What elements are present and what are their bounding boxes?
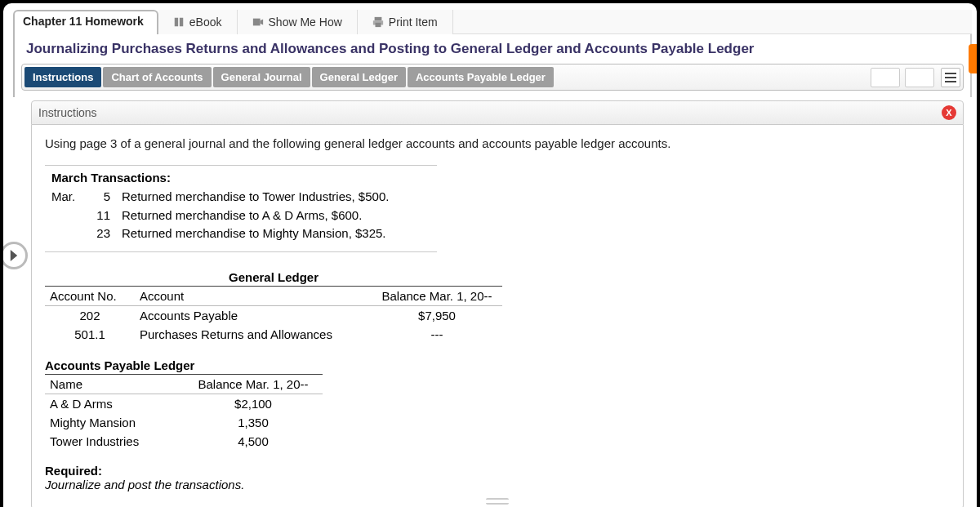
gl-header-accountno: Account No. (45, 287, 135, 305)
close-panel-button[interactable]: X (942, 105, 956, 120)
ap-name: A & D Arms (45, 394, 184, 413)
gl-row: 501.1 Purchases Returns and Allowances -… (45, 325, 502, 344)
ap-header-balance: Balance Mar. 1, 20-- (184, 375, 323, 394)
transaction-row: 23 Returned merchandise to Mighty Mansio… (51, 225, 430, 243)
general-ledger-block: General Ledger Account No. Account Balan… (45, 270, 502, 344)
transaction-row: 11 Returned merchandise to A & D Arms, $… (51, 207, 430, 225)
transaction-day: 11 (91, 207, 110, 225)
gl-row: 202 Accounts Payable $7,950 (45, 306, 502, 325)
transaction-day: 23 (91, 225, 110, 243)
ap-name: Mighty Mansion (45, 413, 184, 432)
score-slot-1 (871, 68, 900, 87)
svg-rect-3 (375, 23, 381, 27)
instructions-content: Using page 3 of a general journal and th… (31, 125, 964, 507)
ap-balance: 4,500 (184, 432, 323, 451)
resize-handle[interactable] (486, 498, 509, 505)
transaction-month: Mar. (51, 188, 79, 207)
gl-accountno: 202 (45, 306, 135, 325)
ebook-button[interactable]: eBook (158, 10, 238, 34)
ap-row: Mighty Mansion 1,350 (45, 413, 323, 432)
march-transactions-box: March Transactions: Mar. 5 Returned merc… (45, 165, 437, 252)
tab-general-journal[interactable]: General Journal (213, 67, 310, 87)
ebook-icon (173, 16, 185, 28)
module-tabstrip: Instructions Chart of Accounts General J… (21, 64, 964, 91)
chevron-right-icon (8, 250, 20, 261)
show-me-how-button[interactable]: Show Me How (238, 10, 358, 34)
ap-ledger-title: Accounts Payable Ledger (45, 358, 323, 375)
gl-header-balance: Balance Mar. 1, 20-- (372, 287, 502, 305)
transaction-day: 5 (91, 188, 110, 207)
close-icon: X (946, 108, 951, 118)
required-label: Required: (45, 464, 950, 478)
ap-name: Tower Industries (45, 432, 184, 451)
ap-ledger-block: Accounts Payable Ledger Name Balance Mar… (45, 358, 323, 451)
gl-header-account: Account (135, 287, 372, 305)
gl-balance: $7,950 (372, 306, 502, 325)
print-item-button[interactable]: Print Item (358, 10, 453, 34)
tab-ap-ledger[interactable]: Accounts Payable Ledger (408, 67, 554, 87)
ebook-label: eBook (189, 16, 222, 29)
side-tab[interactable] (969, 44, 977, 73)
transaction-desc: Returned merchandise to Tower Industries… (122, 188, 430, 207)
menu-button[interactable] (941, 68, 960, 87)
required-note: Journalize and post the transactions. (45, 478, 950, 491)
print-icon (372, 16, 384, 28)
gl-balance: --- (372, 325, 502, 344)
panel-header: Instructions X (31, 100, 964, 125)
score-slot-2 (905, 68, 934, 87)
gl-accountno: 501.1 (45, 325, 135, 344)
ap-header-name: Name (45, 375, 184, 394)
tab-instructions[interactable]: Instructions (24, 67, 101, 87)
svg-rect-0 (252, 19, 260, 26)
transaction-desc: Returned merchandise to Mighty Mansion, … (122, 225, 430, 243)
svg-rect-1 (374, 17, 381, 20)
tab-chart-of-accounts[interactable]: Chart of Accounts (103, 67, 211, 87)
show-me-how-label: Show Me How (269, 16, 342, 29)
gl-header-row: Account No. Account Balance Mar. 1, 20-- (45, 287, 502, 306)
march-title: March Transactions: (51, 171, 430, 185)
required-block: Required: Journalize and post the transa… (45, 464, 950, 491)
ap-row: Tower Industries 4,500 (45, 432, 323, 451)
ap-balance: 1,350 (184, 413, 323, 432)
ap-header-row: Name Balance Mar. 1, 20-- (45, 375, 323, 394)
ap-balance: $2,100 (184, 394, 323, 413)
assignment-title: Journalizing Purchases Returns and Allow… (13, 34, 972, 64)
general-ledger-title: General Ledger (45, 270, 502, 287)
transaction-row: Mar. 5 Returned merchandise to Tower Ind… (51, 188, 430, 207)
expand-arrow-button[interactable] (3, 242, 28, 269)
gl-accountname: Accounts Payable (135, 306, 372, 325)
print-item-label: Print Item (389, 16, 438, 29)
gl-accountname: Purchases Returns and Allowances (135, 325, 372, 344)
transaction-desc: Returned merchandise to A & D Arms, $600… (122, 207, 430, 225)
video-icon (252, 16, 264, 28)
intro-text: Using page 3 of a general journal and th… (45, 136, 950, 150)
tab-general-ledger[interactable]: General Ledger (312, 67, 406, 87)
panel-title: Instructions (38, 106, 97, 119)
top-toolbar: Chapter 11 Homework eBook Show Me How Pr… (13, 10, 972, 34)
ap-row: A & D Arms $2,100 (45, 394, 323, 413)
chapter-title: Chapter 11 Homework (13, 10, 158, 34)
